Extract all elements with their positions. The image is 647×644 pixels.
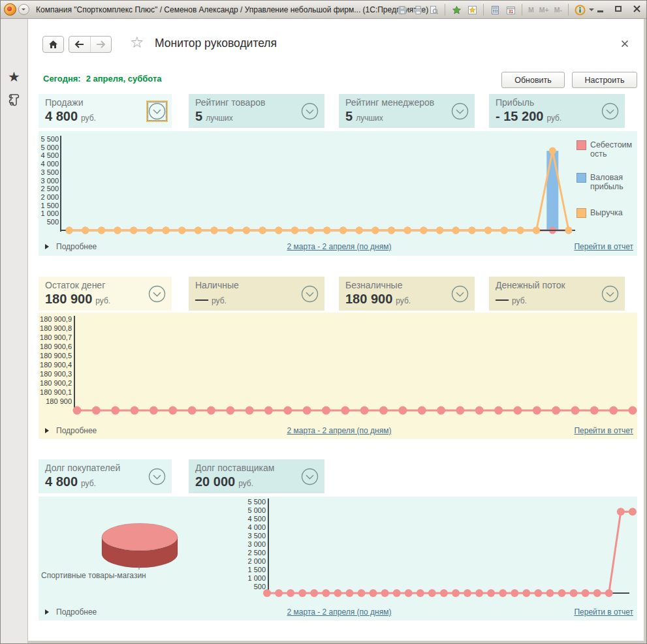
details-toggle[interactable]: Подробнее (45, 426, 97, 435)
cash-chart: 180 900,9180 900,8180 900,7180 900,6180 … (39, 313, 637, 420)
card-title: Рейтинг менеджеров (345, 97, 468, 108)
card-unit: руб. (81, 479, 96, 488)
titlebar-toolbar: 31 M M+ M- (396, 1, 594, 19)
svg-text:180 900,9: 180 900,9 (40, 315, 72, 323)
card-cash-balance: Остаток денег 180 900руб. (39, 277, 172, 311)
close-button[interactable] (629, 3, 644, 14)
card-value: 4 800 (45, 474, 78, 489)
save-icon[interactable] (396, 3, 409, 16)
period-link[interactable]: 2 марта - 2 апреля (по дням) (287, 607, 392, 617)
expand-chevron-button[interactable] (148, 467, 166, 486)
card-value: - 15 200 (496, 109, 543, 123)
window-controls (593, 3, 644, 14)
svg-text:31: 31 (508, 8, 513, 13)
card-cash: Наличные —руб. (189, 277, 324, 311)
system-menu-icon[interactable] (18, 4, 29, 15)
card-product-rating: Рейтинг товаров 5лучших (189, 94, 324, 128)
history-icon[interactable] (8, 93, 20, 109)
svg-text:1 500: 1 500 (247, 566, 266, 574)
card-supplier-debt: Долг поставщикам 20 000руб. (189, 459, 324, 493)
expand-chevron-button[interactable] (148, 102, 166, 121)
card-unit: руб. (512, 296, 527, 305)
1c-logo-icon (4, 3, 16, 16)
expand-chevron-button[interactable] (450, 102, 469, 121)
svg-text:3 000: 3 000 (40, 177, 59, 185)
details-toggle[interactable]: Подробнее (45, 607, 97, 617)
open-report-link[interactable]: Перейти в отчет (574, 242, 633, 251)
card-title: Прибыль (496, 97, 618, 108)
favorites-star-icon[interactable]: ★ (8, 70, 20, 84)
today-label: Сегодня: (43, 74, 81, 84)
svg-text:4 000: 4 000 (247, 523, 266, 531)
print-icon[interactable] (411, 3, 424, 16)
memory-plus-button[interactable]: M+ (538, 6, 550, 14)
sales-chart: 5 5005 0004 5004 0003 5003 0002 5002 000… (39, 131, 637, 238)
today-date: 2 апреля, суббота (86, 74, 162, 84)
window-title: Компания "Спорткомплекс Плюс" / Семенов … (36, 5, 428, 14)
svg-text:2 000: 2 000 (247, 557, 266, 565)
svg-text:4 500: 4 500 (40, 151, 59, 159)
expand-chevron-button[interactable] (300, 467, 319, 486)
home-button[interactable] (42, 36, 64, 53)
titlebar: Компания "Спорткомплекс Плюс" / Семенов … (1, 1, 646, 19)
card-cash-flow: Денежный поток —руб. (489, 277, 625, 311)
open-report-link[interactable]: Перейти в отчет (574, 426, 633, 435)
calculator-icon[interactable] (488, 3, 501, 16)
svg-text:180 900,1: 180 900,1 (40, 388, 72, 396)
svg-text:1 000: 1 000 (40, 209, 59, 217)
card-unit: руб. (81, 114, 96, 123)
card-unit: руб. (212, 296, 227, 305)
svg-text:5 000: 5 000 (40, 144, 59, 151)
favorites-icon[interactable] (466, 3, 479, 16)
card-unit: руб. (95, 296, 110, 305)
svg-text:4 500: 4 500 (247, 515, 266, 523)
settings-button[interactable]: Настроить (572, 72, 637, 88)
svg-text:2 500: 2 500 (247, 549, 266, 557)
maximize-button[interactable] (611, 3, 625, 14)
open-report-link[interactable]: Перейти в отчет (574, 607, 633, 617)
refresh-button[interactable]: Обновить (501, 72, 565, 88)
add-to-favorites-icon[interactable]: ☆ (130, 35, 144, 50)
card-customer-debt: Долг покупателей 4 800руб. (39, 459, 172, 493)
card-unit: лучших (206, 114, 233, 123)
svg-text:180 900,5: 180 900,5 (40, 352, 72, 360)
details-label: Подробнее (56, 426, 97, 435)
page-title: Монитор руководителя (155, 37, 277, 50)
legend-label: Выручка (590, 208, 636, 218)
period-link[interactable]: 2 марта - 2 апреля (по дням) (287, 242, 392, 251)
expand-chevron-button[interactable] (148, 284, 166, 303)
minimize-button[interactable] (593, 3, 607, 14)
card-value: 180 900 (345, 292, 392, 306)
legend-item: Валовая прибыль (576, 173, 636, 192)
app-window: Компания "Спорткомплекс Плюс" / Семенов … (0, 0, 647, 644)
add-favorite-icon[interactable] (450, 3, 463, 16)
svg-text:500: 500 (254, 583, 266, 590)
legend-swatch-icon (576, 140, 586, 150)
expand-chevron-button[interactable] (450, 284, 469, 303)
details-toggle[interactable]: Подробнее (45, 242, 97, 251)
period-link[interactable]: 2 марта - 2 апреля (по дням) (287, 426, 392, 435)
legend-swatch-icon (576, 208, 586, 218)
expand-chevron-button[interactable] (300, 102, 319, 121)
svg-text:2 500: 2 500 (40, 185, 59, 192)
memory-recall-button[interactable]: M (527, 6, 535, 14)
memory-minus-button[interactable]: M- (553, 6, 563, 14)
expand-chevron-button[interactable] (300, 284, 319, 303)
expand-chevron-button[interactable] (601, 102, 620, 121)
form-close-icon[interactable] (621, 38, 629, 50)
card-value: — (195, 292, 208, 306)
info-icon[interactable] (573, 3, 586, 16)
calendar-icon[interactable]: 31 (504, 3, 517, 16)
today-line: Сегодня:2 апреля, суббота (43, 74, 162, 84)
svg-text:500: 500 (47, 218, 59, 226)
card-title: Наличные (195, 280, 318, 290)
card-value: 5 (195, 109, 202, 123)
back-button[interactable] (69, 37, 90, 52)
expand-chevron-button[interactable] (601, 284, 620, 303)
forward-button[interactable] (90, 37, 112, 52)
card-title: Денежный поток (496, 280, 618, 290)
card-manager-rating: Рейтинг менеджеров 5лучших (339, 94, 475, 128)
svg-text:180 900,4: 180 900,4 (40, 361, 72, 369)
card-unit: лучших (356, 114, 383, 123)
preview-icon[interactable] (427, 3, 440, 16)
